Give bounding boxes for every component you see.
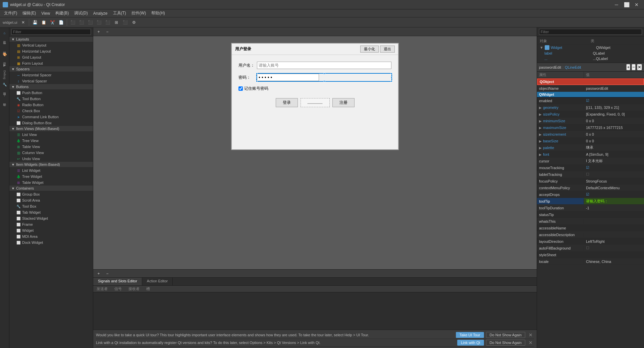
prop-row-locale[interactable]: locale Chinese, China: [537, 258, 644, 265]
prop-row-whatsthis[interactable]: whatsThis: [537, 218, 644, 225]
username-input[interactable]: [257, 62, 391, 69]
password-input[interactable]: [257, 74, 319, 81]
item-push-button[interactable]: ⬜ Push Button: [9, 90, 93, 96]
item-mdi-area[interactable]: ⬜ MDI Area: [9, 233, 93, 239]
menu-edit[interactable]: 编辑(E): [20, 10, 39, 17]
register-button[interactable]: 注册: [332, 98, 355, 107]
item-table-view[interactable]: ⊞ Table View: [9, 144, 93, 150]
item-h-spacer[interactable]: ↔ Horizontal Spacer: [9, 72, 93, 78]
act-design[interactable]: 🎨: [1, 50, 9, 58]
notification-link-close[interactable]: ✕: [527, 340, 534, 345]
prop-row-mousetracking[interactable]: mouseTracking ☑: [537, 164, 644, 171]
prop-row-palette[interactable]: ▶palette 继承: [537, 144, 644, 151]
item-group-box[interactable]: ⬜ Group Box: [9, 191, 93, 197]
prop-row-font[interactable]: ▶font A [SimSun, 9]: [537, 151, 644, 158]
link-with-qt-button[interactable]: Link with Qt: [457, 340, 484, 346]
item-command-link[interactable]: ➤ Command Link Button: [9, 114, 93, 120]
remember-checkbox[interactable]: [238, 86, 243, 91]
close-button[interactable]: ✕: [632, 1, 641, 9]
prop-row-stylesheet[interactable]: styleSheet: [537, 252, 644, 258]
section-containers[interactable]: ▼ Containers: [9, 186, 93, 191]
canvas-remove-button[interactable]: −: [103, 28, 111, 36]
item-table-widget[interactable]: ⊞ Table Widget: [9, 180, 93, 186]
item-list-view[interactable]: ☰ List View: [9, 132, 93, 138]
menu-widgets[interactable]: 控件(W): [129, 10, 149, 17]
maximize-button[interactable]: ⬜: [622, 1, 631, 9]
item-column-view[interactable]: ▥ Column View: [9, 150, 93, 156]
prop-row-statustip[interactable]: statusTip: [537, 211, 644, 218]
prop-filter-close-button[interactable]: ✕: [637, 64, 642, 70]
tb-save[interactable]: 💾: [31, 18, 39, 26]
section-buttons[interactable]: ▼ Buttons: [9, 84, 93, 90]
item-tree-view[interactable]: 🌲 Tree View: [9, 138, 93, 144]
tb-paste[interactable]: 📄: [57, 18, 65, 26]
item-tool-box[interactable]: 🔧 Tool Box: [9, 203, 93, 209]
item-scroll-area[interactable]: ⬜ Scroll Area: [9, 197, 93, 203]
item-dock-widget[interactable]: ⬜ Dock Widget: [9, 239, 93, 246]
section-item-widgets[interactable]: ▼ Item Widgets (Item-Based): [9, 162, 93, 167]
tab-signals-slots[interactable]: Signals and Slots Editor: [93, 278, 142, 285]
menu-analyze[interactable]: Analyze: [91, 10, 110, 16]
prop-row-sizeincrement[interactable]: ▶sizeIncrement 0 x 0: [537, 131, 644, 138]
tb-align-top[interactable]: ⬛: [95, 18, 103, 26]
minimize-button[interactable]: ─: [612, 1, 621, 9]
section-layouts[interactable]: ▼ Layouts: [9, 37, 93, 42]
obj-row-label[interactable]: label QLabel: [537, 51, 644, 56]
tab-close-button[interactable]: ✕: [19, 18, 27, 26]
item-tree-widget[interactable]: 🌲 Tree Widget: [9, 173, 93, 180]
signal-add-button[interactable]: +: [95, 270, 103, 278]
item-vertical-layout[interactable]: ▥ Vertical Layout: [9, 42, 93, 48]
canvas-add-button[interactable]: +: [95, 28, 103, 36]
act-help[interactable]: ?: [1, 91, 9, 99]
login-button[interactable]: 登录: [276, 98, 298, 107]
properties-filter-input[interactable]: [539, 29, 642, 35]
item-frame[interactable]: ⬜ Frame: [9, 221, 93, 227]
menu-build[interactable]: 构建(B): [53, 10, 71, 17]
item-horizontal-layout[interactable]: ▤ Horizontal Layout: [9, 48, 93, 54]
item-dialog-button-box[interactable]: ⬜ Dialog Button Box: [9, 120, 93, 126]
item-tool-button[interactable]: 🔧 Tool Button: [9, 96, 93, 102]
tb-align-right[interactable]: ⬛: [86, 18, 94, 26]
do-not-show-link-button[interactable]: Do Not Show Again: [486, 340, 525, 346]
section-spacers[interactable]: ▼ Spacers: [9, 66, 93, 72]
tb-align-left[interactable]: ⬛: [69, 18, 77, 26]
separator-button[interactable]: ...............: [301, 98, 330, 107]
item-undo-view[interactable]: ↩ Undo View: [9, 156, 93, 162]
prop-row-geometry[interactable]: ▶geometry [(11, 133), 329 x 21]: [537, 104, 644, 111]
tab-action-editor[interactable]: Action Editor: [142, 278, 173, 285]
tb-align-bottom[interactable]: ⬛: [104, 18, 112, 26]
tb-cut[interactable]: ✂️: [48, 18, 56, 26]
signal-remove-button[interactable]: −: [103, 270, 111, 278]
tb-settings[interactable]: ⚙: [130, 18, 138, 26]
prop-row-accessiblename[interactable]: accessibleName: [537, 225, 644, 231]
item-tab-widget[interactable]: ⬜ Tab Widget: [9, 209, 93, 215]
menu-debug[interactable]: 调试(D): [71, 10, 91, 17]
menu-help[interactable]: 帮助(H): [149, 10, 168, 17]
canvas-container[interactable]: 用户登录 最小化 退出 用户名： 密码：: [93, 36, 537, 269]
prop-row-sizepolicy[interactable]: ▶sizePolicy [Expanding, Fixed, 0, 0]: [537, 111, 644, 118]
prop-row-acceptdrops[interactable]: acceptDrops ☑: [537, 191, 644, 198]
prop-filter-add-button[interactable]: +: [626, 64, 630, 70]
prop-row-objectname[interactable]: objectName passwordEdit: [537, 85, 644, 92]
obj-row-more[interactable]: ... ...QLabel: [537, 56, 644, 61]
obj-row-widget[interactable]: ▼ Widget QWidget: [537, 45, 644, 51]
do-not-show-tour-button[interactable]: Do Not Show Again: [486, 332, 525, 338]
prop-row-maximumsize[interactable]: ▶maximumSize 16777215 x 16777215: [537, 124, 644, 131]
item-check-box[interactable]: ☑ Check Box: [9, 108, 93, 114]
prop-row-autofill[interactable]: autoFillBackground ☐: [537, 245, 644, 252]
form-exit-button[interactable]: 退出: [380, 46, 395, 53]
act-project[interactable]: 🔧: [1, 81, 9, 89]
act-edit[interactable]: ✏: [1, 40, 9, 48]
prop-row-minimumsize[interactable]: ▶minimumSize 0 x 0: [537, 118, 644, 124]
item-radio-button[interactable]: ◉ Radio Button: [9, 102, 93, 108]
act-debug[interactable]: ▶: [1, 61, 9, 69]
prop-row-focuspolicy[interactable]: focusPolicy StrongFocus: [537, 178, 644, 185]
menu-tools[interactable]: 工具(T): [110, 10, 129, 17]
take-ui-tour-button[interactable]: Take UI Tour: [456, 332, 484, 338]
prop-row-tooltipduration[interactable]: toolTipDuration -1: [537, 205, 644, 211]
prop-row-tablettracking[interactable]: tabletTracking ☐: [537, 171, 644, 178]
tab-filename[interactable]: widget.ui: [1, 20, 18, 24]
act-welcome[interactable]: ⌂: [1, 29, 9, 37]
prop-row-enabled[interactable]: enabled ☑: [537, 97, 644, 104]
item-widget[interactable]: ⬜ Widget: [9, 227, 93, 233]
